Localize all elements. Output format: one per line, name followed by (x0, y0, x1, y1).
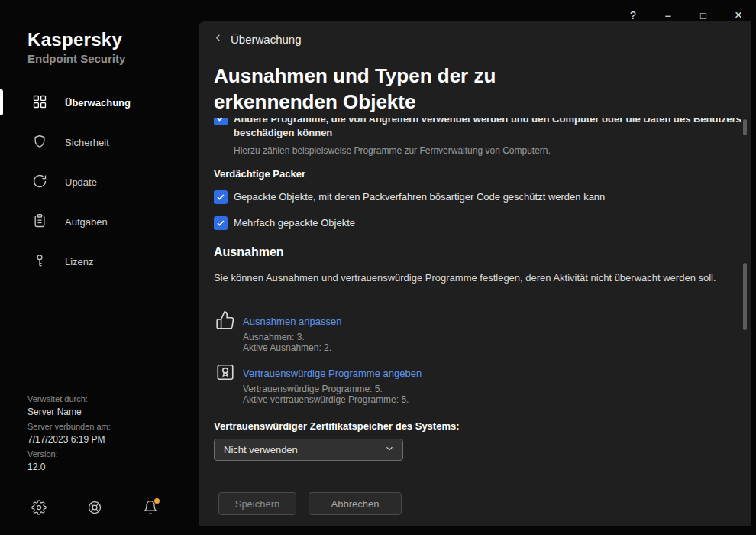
trusted-programs-count: Vertrauenswürdige Programme: 5. (243, 384, 383, 394)
exclusions-count: Ausnahmen: 3. (243, 332, 305, 342)
sidebar-footer (0, 481, 199, 535)
help-button[interactable]: ? (623, 6, 643, 24)
settings-button[interactable] (24, 494, 54, 524)
page-title: Ausnahmen und Typen der zu erkennenden O… (214, 63, 542, 115)
clipped-label-line2[interactable]: beschädigen können (234, 127, 332, 138)
close-button[interactable]: × (729, 6, 748, 24)
notifications-button[interactable] (135, 494, 166, 524)
license-icon (32, 253, 47, 271)
main-panel: Überwachung Ausnahmen und Typen der zu e… (199, 21, 751, 526)
trusted-programs-link[interactable]: Vertrauenswürdige Programme angeben (243, 368, 422, 379)
monitoring-icon (32, 94, 47, 112)
connected-value: 7/17/2023 6:19 PM (27, 434, 111, 446)
managed-by-label: Verwaltet durch: (27, 394, 111, 405)
minimize-button[interactable]: − (658, 6, 678, 24)
sidebar-item-label: Lizenz (65, 256, 94, 268)
sidebar-item-ueberwachung[interactable]: Überwachung (0, 83, 199, 122)
exclusions-section-title: Ausnahmen (214, 245, 284, 259)
sidebar-item-sicherheit[interactable]: Sicherheit (0, 122, 199, 162)
managed-by-value: Server Name (27, 407, 111, 418)
footer-divider (199, 481, 751, 482)
packers-section-title: Verdächtige Packer (214, 168, 305, 180)
version-label: Version: (27, 449, 111, 460)
scroll-content: Andere Programme, die von Angreifern ver… (214, 118, 742, 481)
chevron-down-icon (384, 443, 395, 457)
cert-store-label: Vertrauenswürdiger Zertifikatspeicher de… (214, 420, 460, 432)
active-exclusions-count: Aktive Ausnahmen: 2. (243, 342, 331, 353)
exclusions-description: Sie können Ausnahmen und vertrauenswürdi… (214, 271, 721, 285)
sidebar-nav: Überwachung Sicherheit Update (0, 83, 199, 281)
chevron-left-icon (212, 32, 224, 46)
scrollbar-thumb[interactable] (743, 263, 747, 330)
sidebar-item-lizenz[interactable]: Lizenz (0, 242, 199, 281)
brand-subtitle: Endpoint Security (27, 52, 125, 65)
sidebar-item-label: Update (65, 177, 97, 188)
manage-exclusions-link[interactable]: Ausnahmen anpassen (243, 316, 341, 327)
checkbox-multipacked-objects[interactable] (214, 216, 228, 230)
checkbox-other-programs[interactable] (214, 118, 228, 125)
security-icon (32, 134, 47, 151)
checkbox-packed-objects[interactable] (214, 190, 228, 204)
version-value: 12.0 (27, 462, 111, 473)
sidebar-item-label: Aufgaben (65, 216, 108, 228)
maximize-button[interactable]: □ (693, 6, 713, 24)
cancel-button[interactable]: Abbrechen (309, 492, 402, 515)
checkbox-packed-objects-label[interactable]: Gepackte Objekte, mit deren Packverfahre… (234, 191, 605, 203)
app-window: ? − □ × Kaspersky Endpoint Security Über… (0, 0, 756, 535)
notification-badge (154, 498, 160, 504)
support-icon (87, 500, 102, 517)
cert-store-selected-value: Nicht verwenden (224, 444, 384, 456)
scrollbar-thumb-top[interactable] (743, 119, 747, 135)
back-button[interactable]: Überwachung (212, 32, 302, 46)
save-button[interactable]: Speichern (218, 492, 296, 515)
cert-store-select[interactable]: Nicht verwenden (214, 439, 403, 461)
trusted-programs-icon (215, 362, 235, 385)
sidebar-item-update[interactable]: Update (0, 162, 199, 202)
active-trusted-programs-count: Aktive vertrauenswürdige Programme: 5. (243, 394, 409, 405)
sidebar: Kaspersky Endpoint Security Überwachung (0, 0, 199, 535)
support-button[interactable] (79, 494, 110, 524)
back-label: Überwachung (231, 33, 302, 46)
sidebar-item-label: Überwachung (65, 97, 131, 109)
tasks-icon (32, 213, 47, 231)
server-info: Verwaltet durch: Server Name Server verb… (27, 391, 111, 473)
brand-logo: Kaspersky Endpoint Security (27, 29, 125, 65)
update-icon (32, 173, 47, 191)
gear-icon (31, 500, 47, 517)
brand-title: Kaspersky (27, 29, 125, 50)
clipped-label-line1: Andere Programme, die von Angreifern ver… (234, 118, 741, 125)
sidebar-item-aufgaben[interactable]: Aufgaben (0, 202, 199, 242)
window-controls: ? − □ × (623, 6, 748, 24)
thumbs-up-icon (215, 310, 235, 333)
checkbox-multipacked-objects-label[interactable]: Mehrfach gepackte Objekte (234, 217, 355, 229)
sidebar-item-label: Sicherheit (65, 137, 109, 148)
clipped-item-description: Hierzu zählen beispielsweise Programme z… (234, 145, 551, 156)
connected-label: Server verbunden am: (27, 421, 111, 433)
